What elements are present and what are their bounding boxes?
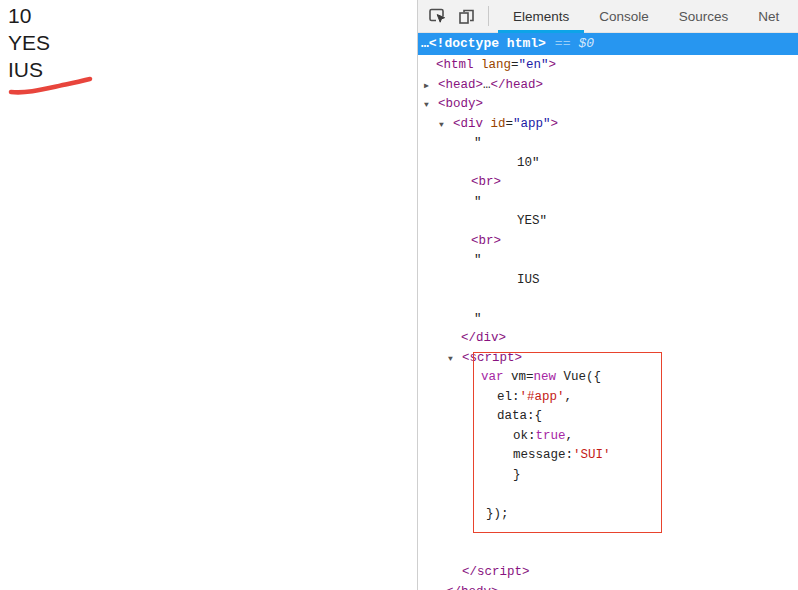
code-token-tag: </body> xyxy=(446,585,499,590)
code-token-txt: 10" xyxy=(517,156,540,170)
tree-line[interactable]: <br> xyxy=(471,232,501,252)
tab-network[interactable]: Net xyxy=(743,0,794,33)
code-token-plain: el: xyxy=(497,390,520,404)
tree-line[interactable]: </script> xyxy=(462,563,530,583)
code-token-plain: data:{ xyxy=(497,409,542,423)
selected-node-row[interactable]: …<!doctype html>==$0 xyxy=(418,33,798,55)
tree-line[interactable]: ▼<div id="app"> xyxy=(453,115,558,135)
code-token-tag: <body> xyxy=(438,97,483,111)
code-token-txt: " xyxy=(474,253,482,267)
code-token-tag: <script> xyxy=(462,351,522,365)
device-toolbar-icon[interactable] xyxy=(456,6,476,26)
tree-line[interactable]: YES" xyxy=(517,212,547,232)
rendered-page-text: 10 YES IUS xyxy=(8,2,50,83)
tree-line[interactable]: " xyxy=(474,193,482,213)
code-token-tag: > xyxy=(549,58,557,72)
code-token-tag: <head> xyxy=(438,78,483,92)
code-token-val: "app" xyxy=(513,117,551,131)
rendered-page-pane: 10 YES IUS xyxy=(0,0,416,590)
code-token-tag: </div> xyxy=(461,331,506,345)
code-token-kw: var xyxy=(481,370,504,384)
tree-line[interactable]: IUS xyxy=(517,271,540,291)
rendered-line-yes: YES xyxy=(8,29,50,56)
code-token-plain: , xyxy=(565,390,573,404)
code-token-str: '#app' xyxy=(520,390,565,404)
tree-line[interactable]: message:'SUI' xyxy=(513,446,611,466)
code-token-plain: ok: xyxy=(513,429,536,443)
tree-line[interactable]: ▼<body> xyxy=(438,95,483,115)
code-token-plain: Vue({ xyxy=(556,370,601,384)
devtools-tabs: Elements Console Sources Net xyxy=(498,0,794,33)
tree-line[interactable]: " xyxy=(474,134,482,154)
ellipsis-expand-icon[interactable]: … xyxy=(421,36,429,51)
rendered-line-10: 10 xyxy=(8,2,50,29)
code-token-attr: lang xyxy=(481,58,511,72)
code-token-tag: <div xyxy=(453,117,491,131)
tree-line[interactable]: ▶<head>…</head> xyxy=(438,76,543,96)
code-token-tag: > xyxy=(551,117,559,131)
code-token-plain: }); xyxy=(486,507,509,521)
tree-line[interactable]: " xyxy=(474,310,482,330)
chevron-down-icon[interactable]: ▼ xyxy=(439,115,444,135)
tree-line[interactable]: <br> xyxy=(471,173,501,193)
tree-line[interactable]: <html lang="en"> xyxy=(436,56,556,76)
tree-line[interactable]: data:{ xyxy=(497,407,542,427)
code-token-plain: … xyxy=(483,78,491,92)
dom-tree: <html lang="en">▶<head>…</head>▼<body>▼<… xyxy=(418,55,798,590)
tab-elements[interactable]: Elements xyxy=(498,0,584,33)
code-token-tag: </head> xyxy=(491,78,544,92)
code-token-tag: <html xyxy=(436,58,481,72)
code-token-plain: } xyxy=(513,468,521,482)
code-token-kw: new xyxy=(534,370,557,384)
code-token-tag: </script> xyxy=(462,565,530,579)
tree-line[interactable]: ▼<script> xyxy=(462,349,522,369)
tree-line[interactable]: " xyxy=(474,251,482,271)
code-token-plain: vm= xyxy=(504,370,534,384)
code-token-str: 'SUI' xyxy=(573,448,611,462)
tree-line[interactable]: el:'#app', xyxy=(497,388,572,408)
tab-console[interactable]: Console xyxy=(584,0,664,33)
code-token-txt: " xyxy=(474,312,482,326)
tree-line[interactable]: var vm=new Vue({ xyxy=(481,368,601,388)
devtools-screenshot: 10 YES IUS Elem xyxy=(0,0,798,590)
tree-line[interactable]: }); xyxy=(486,505,509,525)
tree-line[interactable]: </body> xyxy=(446,583,499,590)
dollar-zero-badge: $0 xyxy=(578,36,594,51)
code-token-txt: YES" xyxy=(517,214,547,228)
devtools-toolbar: Elements Console Sources Net xyxy=(418,0,798,33)
code-token-txt: " xyxy=(474,136,482,150)
tree-line[interactable]: } xyxy=(513,466,521,486)
code-token-plain: , xyxy=(566,429,574,443)
devtools-panel: Elements Console Sources Net …<!doctype … xyxy=(417,0,798,590)
chevron-down-icon[interactable]: ▼ xyxy=(448,349,453,369)
equals-sign: == xyxy=(555,36,571,51)
code-token-txt: " xyxy=(474,195,482,209)
chevron-right-icon[interactable]: ▶ xyxy=(424,76,429,96)
chevron-down-icon[interactable]: ▼ xyxy=(424,95,429,115)
toolbar-separator xyxy=(488,6,489,26)
code-token-plain: = xyxy=(511,58,519,72)
doctype-text: <!doctype html> xyxy=(429,36,546,51)
tree-line[interactable]: 10" xyxy=(517,154,540,174)
red-underline-annotation xyxy=(6,74,96,98)
inspect-element-icon[interactable] xyxy=(427,6,447,26)
code-token-attr: id xyxy=(491,117,506,131)
code-token-tag: <br> xyxy=(471,234,501,248)
tree-line[interactable]: </div> xyxy=(461,329,506,349)
code-token-tag: <br> xyxy=(471,175,501,189)
code-token-plain: = xyxy=(506,117,514,131)
code-token-txt: IUS xyxy=(517,273,540,287)
tree-line[interactable]: ok:true, xyxy=(513,427,573,447)
code-token-kw: true xyxy=(536,429,566,443)
code-token-val: "en" xyxy=(519,58,549,72)
code-token-plain: message: xyxy=(513,448,573,462)
tab-sources[interactable]: Sources xyxy=(664,0,744,33)
